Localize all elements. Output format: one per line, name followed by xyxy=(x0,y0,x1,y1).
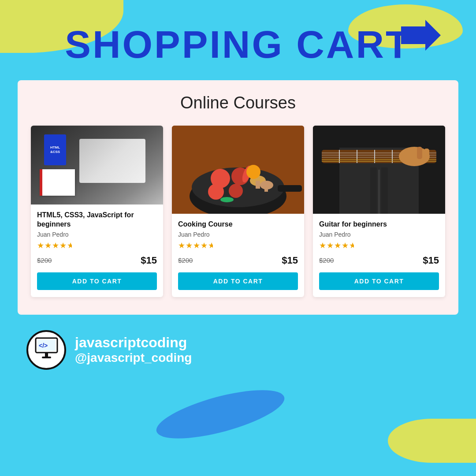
star-1: ★ xyxy=(178,241,185,250)
star-3: ★ xyxy=(52,241,59,250)
svg-rect-33 xyxy=(417,147,422,159)
card-3-stars: ★ ★ ★ ★ ★ xyxy=(319,241,439,250)
svg-rect-32 xyxy=(410,148,415,161)
cards-row: HTML&CSS HTML5, CSS3, JavaScript for beg… xyxy=(31,126,445,297)
decorative-blob-bottom-mid xyxy=(152,380,289,449)
svg-point-15 xyxy=(220,197,234,202)
svg-text:</>: </> xyxy=(39,342,48,349)
svg-rect-36 xyxy=(370,167,377,214)
star-3: ★ xyxy=(193,241,200,250)
card-1-old-price: $200 xyxy=(37,257,52,264)
svg-marker-0 xyxy=(401,20,441,51)
html-book: HTML&CSS xyxy=(44,134,66,165)
svg-rect-42 xyxy=(42,357,51,358)
card-1-stars: ★ ★ ★ ★ ★ xyxy=(37,241,157,250)
svg-point-9 xyxy=(229,184,243,198)
section-title: Online Courses xyxy=(31,93,445,112)
star-2: ★ xyxy=(327,241,334,250)
add-to-cart-button-2[interactable]: ADD TO CART xyxy=(178,272,298,290)
add-to-cart-button-3[interactable]: ADD TO CART xyxy=(319,272,439,290)
card-1-content: HTML5, CSS3, JavaScript for beginners Ju… xyxy=(31,205,163,297)
star-2: ★ xyxy=(45,241,52,250)
card-3-author: Juan Pedro xyxy=(319,231,439,238)
star-2: ★ xyxy=(186,241,193,250)
svg-rect-41 xyxy=(45,353,48,357)
monitor-icon-wrapper: </> xyxy=(26,330,66,370)
card-3-image xyxy=(313,126,445,214)
course-card-2: Cooking Course Juan Pedro ★ ★ ★ ★ ★ $200… xyxy=(172,126,304,297)
course-card-3: Guitar for beginners Juan Pedro ★ ★ ★ ★ … xyxy=(313,126,445,297)
notepad xyxy=(40,169,75,196)
star-4: ★ xyxy=(342,241,349,250)
card-2-price-row: $200 $15 xyxy=(178,255,298,266)
guitar-svg xyxy=(313,126,445,214)
star-half: ★ xyxy=(349,241,354,250)
svg-rect-5 xyxy=(278,185,302,192)
card-2-title: Cooking Course xyxy=(178,220,298,229)
svg-rect-37 xyxy=(381,167,388,214)
star-1: ★ xyxy=(37,241,44,250)
course-card-1: HTML&CSS HTML5, CSS3, JavaScript for beg… xyxy=(31,126,163,297)
star-1: ★ xyxy=(319,241,326,250)
card-2-old-price: $200 xyxy=(178,257,193,264)
card-2-content: Cooking Course Juan Pedro ★ ★ ★ ★ ★ $200… xyxy=(172,214,304,297)
main-container: Online Courses HTML&CSS HTML5, CSS3, Jav… xyxy=(18,80,458,315)
card-1-price-row: $200 $15 xyxy=(37,255,157,266)
svg-rect-13 xyxy=(264,185,268,192)
card-3-title: Guitar for beginners xyxy=(319,220,439,229)
card-3-price-row: $200 $15 xyxy=(319,255,439,266)
cooking-svg xyxy=(172,126,304,214)
footer-text: javascriptcoding @javascript_coding xyxy=(75,335,192,365)
decorative-blob-bottom-right xyxy=(388,419,476,463)
card-2-image xyxy=(172,126,304,214)
card-2-new-price: $15 xyxy=(282,255,298,266)
card-1-author: Juan Pedro xyxy=(37,231,157,238)
star-half: ★ xyxy=(67,241,72,250)
star-4: ★ xyxy=(60,241,67,250)
footer-handle: @javascript_coding xyxy=(75,351,192,365)
card-1-new-price: $15 xyxy=(141,255,157,266)
star-half: ★ xyxy=(208,241,213,250)
page-title: SHOPPING CART xyxy=(65,22,411,67)
card-2-stars: ★ ★ ★ ★ ★ xyxy=(178,241,298,250)
card-3-new-price: $15 xyxy=(423,255,439,266)
svg-point-16 xyxy=(246,165,260,179)
svg-rect-34 xyxy=(424,149,429,160)
add-to-cart-button-1[interactable]: ADD TO CART xyxy=(37,272,157,290)
star-4: ★ xyxy=(201,241,208,250)
card-1-title: HTML5, CSS3, JavaScript for beginners xyxy=(37,211,157,229)
arrow-right-icon xyxy=(401,20,441,52)
svg-point-8 xyxy=(208,184,224,200)
card-3-content: Guitar for beginners Juan Pedro ★ ★ ★ ★ … xyxy=(313,214,445,297)
card-1-image: HTML&CSS xyxy=(31,126,163,205)
monitor-code-icon: </> xyxy=(34,337,59,363)
card-3-old-price: $200 xyxy=(319,257,334,264)
star-3: ★ xyxy=(334,241,341,250)
svg-rect-11 xyxy=(256,181,260,189)
card-2-author: Juan Pedro xyxy=(178,231,298,238)
footer: </> javascriptcoding @javascript_coding xyxy=(0,315,476,385)
footer-username: javascriptcoding xyxy=(75,335,192,351)
